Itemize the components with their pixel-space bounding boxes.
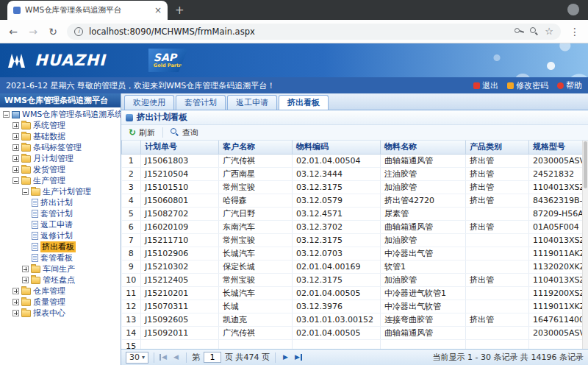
profile-avatar[interactable] [567,4,579,15]
tree-item[interactable]: 月计划管理 [0,153,121,164]
change-password-button[interactable]: 修改密码 [507,80,548,91]
table-row[interactable]: 1J15061803广汽传祺02.01.04.00504曲轴箱通风管挤出管203… [122,154,583,167]
tree-item[interactable]: 挤出计划 [0,197,121,208]
collapse-icon[interactable] [3,111,10,118]
query-button[interactable]: 查询 [168,127,201,139]
vertical-scrollbar[interactable] [582,141,588,349]
table-row[interactable]: 9J15210302保定长城02.01.04.00169软管11132020XK… [122,260,583,273]
folder-icon [21,310,31,317]
tree-item[interactable]: 返修计划 [0,230,121,241]
table-cell: 1119011AKZ [529,247,583,260]
tree-item[interactable]: 套管看板 [0,252,121,263]
reload-icon[interactable]: ↻ [47,26,59,37]
expand-icon[interactable] [12,166,19,173]
table-row[interactable]: 3J15101510常州宝骏03.12.3175加油胶管挤出管1104013XS… [122,180,583,194]
table-cell: 加油胶管 [381,273,466,286]
column-header[interactable]: 物料名称 [381,141,466,154]
tree-item[interactable]: 仓库管理 [0,286,121,297]
tree-item[interactable]: 基础数据 [0,131,121,142]
tree-item[interactable]: 返工申请 [0,219,121,230]
tree-item[interactable]: 报表中心 [0,308,121,319]
table-row[interactable]: 7J15211710常州宝骏03.12.3175加油胶管1104013XSZC [122,233,583,247]
huazhi-logo-mark [7,52,29,68]
prev-page-button[interactable]: ◀ [171,354,181,361]
table-header-row: 计划单号客户名称物料编码物料名称产品类别规格型号 [122,141,583,154]
table-row[interactable]: 12J15070311长城03.12.3976中冷器出气软管1119011XKZ [122,300,583,313]
tree-item[interactable]: 条码标签管理 [0,142,121,153]
table-cell: 常州宝骏 [219,233,293,247]
content-area: WMS仓库管理条码追溯平台 WMS仓库管理条码追溯系统系统管理基础数据条码标签管… [0,93,588,365]
table-row[interactable]: 2J15210504广西南星03.12.3444注油胶管挤出管24521832 [122,167,583,180]
table-cell: 02.01.04.00504 [293,154,381,167]
zoom-search-icon[interactable] [530,27,539,36]
expand-icon[interactable] [12,288,19,294]
tab-4[interactable]: 挤出看板 [279,95,329,110]
tree-item[interactable]: WMS仓库管理条码追溯系统 [0,109,121,120]
tree-item[interactable]: 管坯盘点 [0,274,121,286]
expand-icon[interactable] [12,299,19,305]
table-row[interactable]: 4J15060801哈得森03.12.0579挤出管42720挤出管843623… [122,194,583,207]
forward-icon[interactable]: → [27,26,39,37]
page-size-select[interactable]: 30 ▾ [126,352,148,364]
address-bar[interactable]: i localhost:8090/MCHWMS/frmMain.aspx ☆ [67,24,561,40]
table-row[interactable]: 10J15212405常州宝骏03.12.3175加油胶管挤出管1104013X… [122,273,583,286]
table-cell: 尿素管 [381,207,466,220]
table-cell: 长城 [219,300,293,313]
new-tab-button[interactable]: + [175,5,184,16]
table-row[interactable]: 6J16020109东南汽车03.12.3702曲轴箱通风管挤出管01A05F0… [122,220,583,233]
folder-icon [21,144,31,152]
tree-item[interactable]: 生产计划管理 [0,186,121,197]
menu-dots-icon[interactable]: ⋮ [569,26,581,37]
table-row[interactable]: 13J15092605凯迪克03.01.01.03.00152连接弯曲胶管挤出管… [122,313,583,326]
tree-item[interactable]: 车间生产 [0,263,121,274]
column-header[interactable]: 规格型号 [529,141,583,154]
table-cell [466,300,529,313]
next-page-button[interactable]: ▶ [281,354,290,361]
scrollbar-thumb[interactable] [584,141,587,188]
tab-3[interactable]: 返工申请 [227,95,277,110]
browser-tab[interactable]: WMS仓库管理条码追溯平台 × [7,1,168,20]
tree-item-label: 挤出看板 [40,241,76,252]
expand-icon[interactable] [22,266,29,272]
collapse-icon[interactable] [22,188,29,195]
table-row[interactable]: 15 [122,339,583,349]
expand-icon[interactable] [12,310,19,316]
table-cell: 长城汽车 [219,286,293,300]
first-page-button[interactable]: ◀ [159,354,168,361]
column-header[interactable]: 计划单号 [141,141,219,154]
tree-item[interactable]: 挤出看板 [0,241,121,252]
table-cell: 中冷器进气软管1 [381,286,466,300]
tree-item[interactable]: 质量管理 [0,297,121,308]
column-header[interactable]: 客户名称 [219,141,293,154]
back-icon[interactable]: ← [7,26,19,37]
table-cell [466,207,529,220]
collapse-icon[interactable] [12,177,19,184]
tab-close-icon[interactable]: × [154,6,162,15]
tree-item[interactable]: 套管计划 [0,208,121,219]
info-icon[interactable]: i [74,27,83,36]
last-page-button[interactable]: ▶ [294,354,302,361]
expand-icon[interactable] [22,277,29,283]
column-header[interactable]: 产品类别 [466,141,529,154]
tab-2[interactable]: 套管计划 [176,95,226,110]
table-row[interactable]: 5J15082702广汽日野03.12.4571尿素管87209-H56A [122,207,583,220]
expand-icon[interactable] [12,122,19,129]
tree-item[interactable]: 发货管理 [0,164,121,175]
help-button[interactable]: 帮助 [557,80,582,91]
expand-icon[interactable] [12,133,19,140]
table-row[interactable]: 11J15210201长城汽车02.01.04.00505中冷器进气软管1111… [122,286,583,300]
bookmark-star-icon[interactable]: ☆ [545,26,553,36]
table-cell: 1104013XSZC [529,233,583,247]
column-header[interactable]: 物料编码 [293,141,381,154]
tree-item[interactable]: 生产管理 [0,175,121,186]
tree-item[interactable]: 系统管理 [0,120,121,131]
page-number-input[interactable] [204,352,221,363]
tab-1[interactable]: 欢迎使用 [124,95,174,110]
logout-button[interactable]: 退出 [473,80,498,91]
table-row[interactable]: 14J15092011广汽传祺02.01.04.00505曲轴箱通风管20300… [122,326,583,339]
expand-icon[interactable] [12,144,19,151]
key-icon[interactable] [514,26,524,36]
refresh-button[interactable]: ↻ 刷新 [126,127,158,139]
expand-icon[interactable] [12,155,19,162]
table-row[interactable]: 8J15102906长城汽车03.12.0703中冷器出气管1119011AKZ [122,247,583,260]
